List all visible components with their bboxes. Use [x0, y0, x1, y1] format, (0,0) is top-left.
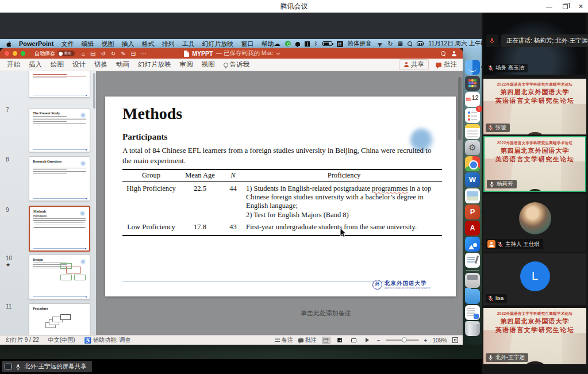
dock-documents-stack-icon[interactable]	[465, 305, 480, 320]
menu-insert[interactable]: 插入	[122, 40, 134, 48]
autosave-toggle[interactable]: 自动保存 关闭	[34, 50, 75, 57]
tab-tell-me[interactable]: 告诉我	[224, 60, 250, 69]
keyboard-icon[interactable]: ▦	[398, 41, 403, 47]
title-chevron-icon[interactable]	[276, 51, 280, 55]
video-tile-yanglifang-active-speaker[interactable]: 2022外国语言文学学科研究生高端学术论坛 第四届北京外国语大学 英语语言文学研…	[483, 136, 586, 192]
close-icon[interactable]: ✕	[578, 3, 583, 10]
dock-word-icon[interactable]: W	[465, 172, 480, 187]
slide-sorter-button[interactable]	[336, 337, 344, 344]
more-icon[interactable]: ···	[141, 51, 147, 57]
cloud-icon[interactable]: ☁	[274, 41, 280, 47]
control-center-icon[interactable]	[417, 41, 424, 46]
normal-view-button[interactable]	[322, 337, 330, 344]
comments-button[interactable]: 批注	[436, 60, 457, 69]
maximize-icon[interactable]	[563, 4, 568, 9]
menu-file[interactable]: 文件	[62, 40, 74, 48]
slide-canvas[interactable]: Methods Participants A total of 84 Chine…	[105, 97, 456, 296]
video-tile-host-wangshiqi[interactable]: 主持人 王仕琪	[483, 194, 586, 252]
minimize-icon[interactable]: —	[546, 3, 552, 10]
video-tile-wangningyuan[interactable]: 2022外国语言文学学科研究生高端学术论坛 第四届北京外国语大学 英语语言文学研…	[483, 308, 586, 364]
thumbnail-slide-6[interactable]: ■	[29, 71, 90, 98]
dock-trash-icon[interactable]	[465, 321, 480, 336]
share-people-icon[interactable]	[451, 51, 457, 56]
spotlight-icon[interactable]	[408, 41, 412, 46]
dock-chrome-icon[interactable]	[465, 156, 480, 171]
dock-acrobat-icon[interactable]: A	[465, 221, 480, 236]
dock-finder-icon[interactable]	[465, 60, 480, 75]
wifi-icon[interactable]	[376, 41, 383, 47]
dock-printer-icon[interactable]	[465, 273, 480, 288]
dock-folder-icon[interactable]	[465, 289, 480, 304]
save-icon[interactable]: ▤	[90, 51, 95, 57]
slide-scrollbar[interactable]	[458, 75, 462, 327]
menubar-app-name[interactable]: PowerPoint	[19, 40, 54, 47]
video-tile-zhangxuan[interactable]: 2022外国语言文学学科研究生高端学术论坛 第四届北京外国语大学 英语语言文学研…	[483, 79, 586, 134]
window-manager-icon[interactable]	[305, 41, 310, 47]
notes-button[interactable]: 备注	[275, 336, 293, 344]
thumbnail-slide-8[interactable]: Research Questions ■	[29, 156, 90, 201]
thumbnail-scrollbar[interactable]	[93, 73, 95, 109]
thumbnail-slide-11[interactable]: Procedure	[29, 303, 90, 335]
thumbnail-slide-10[interactable]: Design ■	[29, 255, 90, 299]
dock-memo-icon[interactable]	[465, 253, 480, 268]
menu-tools[interactable]: 工具	[182, 40, 195, 48]
menu-window[interactable]: 窗口	[241, 40, 254, 48]
menu-edit[interactable]: 编辑	[82, 40, 94, 48]
apple-icon[interactable]	[6, 40, 11, 47]
language-indicator[interactable]: 中文(中国)	[48, 336, 75, 344]
zoom-slider[interactable]	[386, 340, 419, 341]
tab-design[interactable]: 设计	[72, 60, 86, 69]
alarm-icon[interactable]	[295, 42, 300, 46]
zoom-out-button[interactable]: −	[377, 337, 381, 344]
dock-tencent-meeting-icon[interactable]	[465, 237, 480, 252]
comments-toggle-button[interactable]: 批注	[298, 336, 317, 344]
reading-view-button[interactable]	[349, 337, 358, 344]
print-icon[interactable]: ⊟	[131, 51, 136, 57]
notes-placeholder[interactable]: 单击此处添加备注	[301, 309, 351, 318]
bluetooth-icon[interactable]: ᛒ	[314, 41, 318, 47]
slideshow-button[interactable]	[363, 337, 372, 344]
dock-calendar-icon[interactable]: 11月12	[465, 92, 480, 107]
screen-share-label[interactable]: 北外-王宁远的屏幕共享	[2, 361, 92, 372]
dock-settings-icon[interactable]: ⚙	[465, 140, 480, 155]
fit-slide-icon[interactable]	[452, 337, 458, 343]
tab-home[interactable]: 开始	[7, 60, 20, 69]
tab-slideshow[interactable]: 幻灯片放映	[138, 60, 171, 69]
thumbnail-slide-9-selected[interactable]: Methods Participants ■	[29, 206, 90, 252]
share-button[interactable]: 共享	[399, 59, 429, 70]
home-icon[interactable]: ⌂	[82, 51, 85, 57]
dock-reminders-icon[interactable]: 1	[465, 108, 480, 123]
video-tile-lisa[interactable]: L lisa	[483, 253, 586, 305]
dock-notes-icon[interactable]	[465, 124, 480, 139]
tab-review[interactable]: 审阅	[180, 60, 193, 69]
accessibility-status[interactable]: 辅助功能: 调查	[93, 336, 131, 344]
menu-arrange[interactable]: 排列	[162, 40, 175, 48]
menu-help[interactable]: 帮助	[262, 40, 274, 48]
menu-view[interactable]: 视图	[102, 40, 114, 48]
undo-icon[interactable]: ↺	[101, 51, 106, 57]
draw-icon[interactable]: ✎	[121, 51, 125, 57]
tab-draw[interactable]: 绘图	[51, 60, 64, 69]
sync-icon[interactable]: ↻	[388, 41, 393, 47]
tab-insert[interactable]: 插入	[29, 60, 42, 69]
input-method-icon[interactable]: 拼	[337, 41, 343, 47]
tab-animations[interactable]: 动画	[116, 60, 129, 69]
menu-slideshow[interactable]: 幻灯片放映	[202, 40, 234, 48]
tab-view[interactable]: 视图	[202, 60, 215, 69]
menu-format[interactable]: 格式	[142, 40, 155, 48]
minimize-traffic-light[interactable]	[13, 51, 17, 56]
close-traffic-light[interactable]	[5, 51, 9, 56]
input-method-label[interactable]: 简体拼音	[348, 40, 372, 48]
dock-powerpoint-icon[interactable]: P	[465, 205, 480, 219]
zoom-in-button[interactable]: +	[424, 337, 428, 344]
tab-transitions[interactable]: 切换	[94, 60, 107, 69]
dock-photos-icon[interactable]	[465, 188, 480, 203]
zoom-traffic-light[interactable]	[21, 51, 25, 56]
dock-launchpad-icon[interactable]	[465, 76, 480, 91]
battery-icon[interactable]	[322, 41, 332, 46]
whatsapp-icon[interactable]	[285, 41, 291, 47]
zoom-percentage[interactable]: 109%	[432, 337, 447, 344]
thumbnail-slide-7[interactable]: The Present Study ■	[29, 108, 90, 152]
search-icon[interactable]	[441, 51, 445, 56]
zoom-slider-thumb[interactable]	[402, 337, 407, 342]
